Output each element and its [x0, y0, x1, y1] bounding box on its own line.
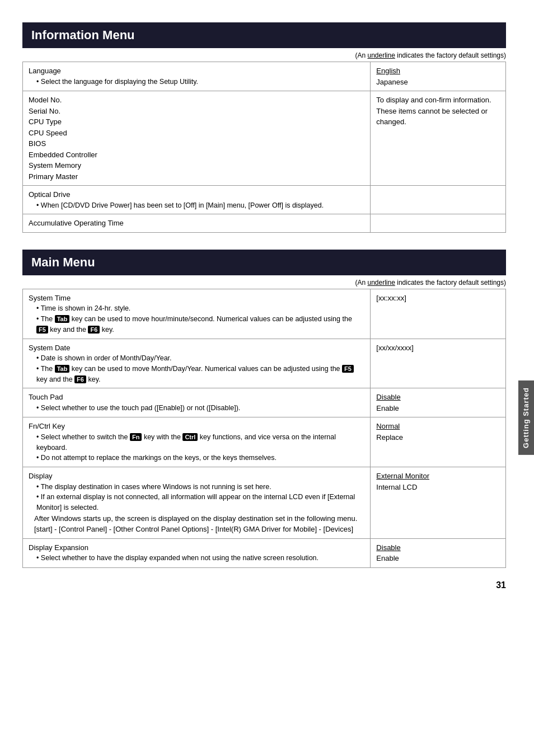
language-title: Language [29, 65, 364, 77]
information-menu-section: Information Menu (An underline indicates… [22, 22, 506, 233]
information-menu-title: Information Menu [31, 28, 135, 42]
sysinfo-memory: System Memory [29, 160, 364, 171]
system-date-value: [xx/xx/xxxx] [371, 339, 506, 388]
fnctrl-replace: Replace [376, 433, 403, 442]
fnctrl-normal: Normal [376, 422, 400, 430]
touchpad-description: Touch Pad Select whether to use the touc… [23, 388, 371, 417]
accum-value [371, 214, 506, 233]
getting-started-tab: Getting Started [518, 381, 534, 455]
language-bullet: Select the language for displaying the S… [29, 77, 364, 87]
ctrl-key: Ctrl [182, 433, 198, 441]
page-number: 31 [496, 580, 506, 590]
system-time-title: System Time [29, 293, 364, 304]
sysinfo-model: Model No. [29, 95, 364, 106]
sysinfo-primary: Primary Master [29, 171, 364, 182]
main-menu-section: Main Menu (An underline indicates the fa… [22, 250, 506, 568]
display-title: Display [29, 471, 364, 482]
information-menu-table: Language Select the language for display… [22, 62, 506, 233]
display-description: Display The display destination in cases… [23, 467, 371, 539]
sysinfo-cpuspeed: CPU Speed [29, 128, 364, 139]
table-row: Display The display destination in cases… [23, 467, 506, 539]
table-row: Fn/Ctrl Key Select whether to switch the… [23, 417, 506, 467]
main-note-underline: underline [368, 279, 395, 287]
side-tab-label: Getting Started [522, 387, 530, 448]
table-row: Optical Drive When [CD/DVD Drive Power] … [23, 186, 506, 214]
main-factory-note: (An underline indicates the factory defa… [22, 275, 506, 289]
system-time-description: System Time Time is shown in 24-hr. styl… [23, 289, 371, 339]
accum-description: Accumulative Operating Time [23, 214, 371, 233]
f5-key2: F5 [342, 365, 354, 373]
display-expansion-bullet: Select whether to have the display expan… [29, 553, 364, 564]
language-value-english: English [376, 67, 400, 75]
f5-key: F5 [36, 326, 48, 334]
table-row: System Time Time is shown in 24-hr. styl… [23, 289, 506, 339]
system-date-description: System Date Date is shown in order of Mo… [23, 339, 371, 388]
fn-key: Fn [130, 433, 142, 441]
main-menu-table: System Time Time is shown in 24-hr. styl… [22, 289, 506, 568]
system-time-bullet1: Time is shown in 24-hr. style. [29, 303, 364, 314]
display-internal: Internal LCD [376, 483, 417, 491]
display-expansion-enable: Enable [376, 554, 399, 562]
language-value: English Japanese [371, 62, 506, 91]
fnctrl-title: Fn/Ctrl Key [29, 421, 364, 432]
touchpad-bullet: Select whether to use the touch pad ([En… [29, 403, 364, 414]
display-extra2: [start] - [Control Panel] - [Other Contr… [29, 524, 364, 535]
sysinfo-cputype: CPU Type [29, 116, 364, 128]
info-factory-note: (An underline indicates the factory defa… [22, 48, 506, 62]
fnctrl-value: Normal Replace [371, 417, 506, 467]
note-underline: underline [368, 51, 395, 59]
note-suffix: indicates the factory default settings) [397, 51, 506, 59]
system-date-bullet1: Date is shown in order of Month/Day/Year… [29, 353, 364, 364]
display-extra1: After Windows starts up, the screen is d… [29, 513, 364, 524]
sysinfo-serial: Serial No. [29, 106, 364, 117]
system-date-bullet2: The Tab key can be used to move Month/Da… [29, 364, 364, 385]
system-date-title: System Date [29, 342, 364, 354]
display-expansion-disable: Disable [376, 543, 400, 552]
display-expansion-description: Display Expansion Select whether to have… [23, 538, 371, 567]
f6-key2: F6 [74, 375, 86, 383]
sysinfo-embedded: Embedded Controller [29, 149, 364, 161]
fnctrl-bullet1: Select whether to switch the Fn key with… [29, 432, 364, 453]
accum-title: Accumulative Operating Time [29, 218, 364, 229]
sysinfo-value: To display and con-firm information. The… [371, 91, 506, 186]
touchpad-enable: Enable [376, 404, 399, 412]
display-expansion-value: Disable Enable [371, 538, 506, 567]
display-bullet2: If an external display is not connected,… [29, 492, 364, 513]
main-menu-header: Main Menu [22, 250, 506, 275]
language-description: Language Select the language for display… [23, 62, 371, 91]
touchpad-disable: Disable [376, 393, 400, 401]
display-expansion-title: Display Expansion [29, 542, 364, 553]
table-row: Language Select the language for display… [23, 62, 506, 91]
tab-key: Tab [55, 315, 70, 323]
system-time-value: [xx:xx:xx] [371, 289, 506, 339]
main-menu-title: Main Menu [31, 255, 95, 269]
table-row: System Date Date is shown in order of Mo… [23, 339, 506, 388]
display-external: External Monitor [376, 472, 429, 480]
touchpad-value: Disable Enable [371, 388, 506, 417]
information-menu-header: Information Menu [22, 22, 506, 48]
optical-value [371, 186, 506, 214]
fnctrl-description: Fn/Ctrl Key Select whether to switch the… [23, 417, 371, 467]
touchpad-title: Touch Pad [29, 392, 364, 403]
sysinfo-bios: BIOS [29, 138, 364, 149]
note-an: An [357, 51, 366, 59]
tab-key2: Tab [55, 365, 70, 373]
fnctrl-bullet2: Do not attempt to replace the markings o… [29, 453, 364, 463]
table-row: Model No. Serial No. CPU Type CPU Speed … [23, 91, 506, 186]
optical-description: Optical Drive When [CD/DVD Drive Power] … [23, 186, 371, 214]
sysinfo-description: Model No. Serial No. CPU Type CPU Speed … [23, 91, 371, 186]
language-value-japanese: Japanese [376, 78, 407, 86]
table-row: Display Expansion Select whether to have… [23, 538, 506, 567]
system-time-bullet2: The Tab key can be used to move hour/min… [29, 314, 364, 335]
table-row: Accumulative Operating Time [23, 214, 506, 233]
display-value: External Monitor Internal LCD [371, 467, 506, 539]
display-bullet1: The display destination in cases where W… [29, 482, 364, 492]
optical-title: Optical Drive [29, 189, 364, 200]
table-row: Touch Pad Select whether to use the touc… [23, 388, 506, 417]
f6-key: F6 [88, 326, 100, 334]
optical-bullet: When [CD/DVD Drive Power] has been set t… [29, 200, 364, 211]
